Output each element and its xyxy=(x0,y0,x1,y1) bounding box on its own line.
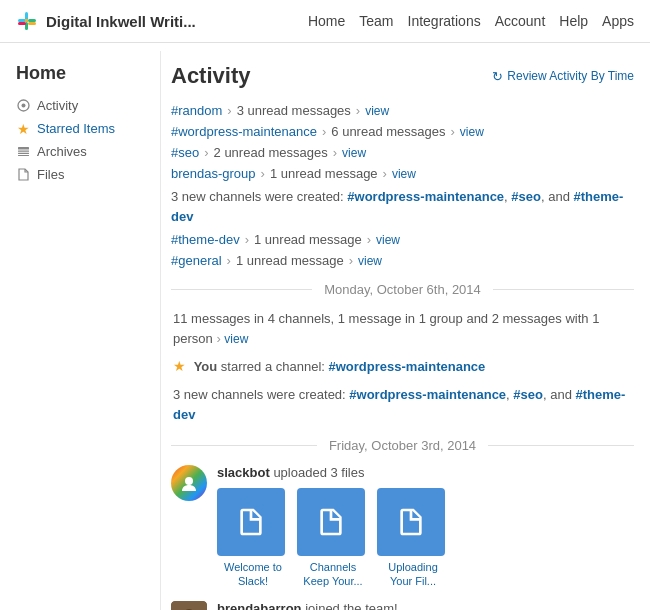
star-indicator: ★ xyxy=(173,358,186,374)
archives-icon xyxy=(16,145,30,159)
slackbot-action: uploaded 3 files xyxy=(273,465,364,480)
file-thumb-3[interactable] xyxy=(377,488,445,556)
brendabarron-content: brendabarron joined the team! 2 new chan… xyxy=(217,601,634,610)
channel-seo-3[interactable]: #seo xyxy=(513,387,543,402)
file-thumb-2[interactable] xyxy=(297,488,365,556)
date-label-oct3: Friday, October 3rd, 2014 xyxy=(317,438,488,453)
nav-account[interactable]: Account xyxy=(495,13,546,29)
content-title: Activity xyxy=(171,63,250,89)
svg-rect-9 xyxy=(18,147,29,150)
channel-brendas-group[interactable]: brendas-group xyxy=(171,166,256,181)
svg-rect-5 xyxy=(25,19,28,22)
review-activity-link[interactable]: ↻ Review Activity By Time xyxy=(492,69,634,84)
date-label-oct6: Monday, October 6th, 2014 xyxy=(312,282,493,297)
history-new-channels-oct6: 3 new channels were created: #wordpress-… xyxy=(171,385,634,424)
channel-random[interactable]: #random xyxy=(171,103,222,118)
sidebar-label-activity: Activity xyxy=(37,98,78,113)
svg-rect-0 xyxy=(18,19,26,22)
refresh-icon: ↻ xyxy=(492,69,503,84)
channel-seo-2[interactable]: #seo xyxy=(511,189,541,204)
view-link-themedev[interactable]: view xyxy=(376,233,400,247)
nav-integrations[interactable]: Integrations xyxy=(408,13,481,29)
file-name-1[interactable]: Welcome to Slack! xyxy=(217,560,289,589)
nav-team[interactable]: Team xyxy=(359,13,393,29)
file-thumb-1[interactable] xyxy=(217,488,285,556)
star-icon: ★ xyxy=(16,122,30,136)
activity-row-random: #random › 3 unread messages › view xyxy=(171,103,634,118)
files-icon xyxy=(16,168,30,182)
file-card-3: Uploading Your Fil... xyxy=(377,488,449,589)
activity-row-brendas: brendas-group › 1 unread message › view xyxy=(171,166,634,181)
sidebar-label-starred: Starred Items xyxy=(37,121,115,136)
nav-help[interactable]: Help xyxy=(559,13,588,29)
sidebar-item-starred[interactable]: ★ Starred Items xyxy=(16,117,144,140)
sidebar-label-archives: Archives xyxy=(37,144,87,159)
logo-text: Digital Inkwell Writi... xyxy=(46,13,196,30)
slackbot-avatar xyxy=(171,465,207,501)
sidebar-item-archives[interactable]: Archives xyxy=(16,140,144,163)
sidebar-item-files[interactable]: Files xyxy=(16,163,144,186)
view-link-wordpress[interactable]: view xyxy=(460,125,484,139)
slackbot-avatar-circle xyxy=(171,465,207,501)
brendabarron-block: brendabarron joined the team! 2 new chan… xyxy=(171,601,634,610)
sidebar-item-activity[interactable]: Activity xyxy=(16,94,144,117)
channel-theme-dev[interactable]: #theme-dev xyxy=(171,232,240,247)
main-content: Activity ↻ Review Activity By Time #rand… xyxy=(160,51,650,610)
brendabarron-name-action: brendabarron joined the team! xyxy=(217,601,634,610)
svg-rect-4 xyxy=(18,22,26,25)
channel-wp-maint-3[interactable]: #wordpress-maintenance xyxy=(349,387,506,402)
file-name-2[interactable]: Channels Keep Your... xyxy=(297,560,369,589)
view-link-general[interactable]: view xyxy=(358,254,382,268)
svg-point-13 xyxy=(185,477,193,485)
date-divider-oct6: Monday, October 6th, 2014 xyxy=(171,282,634,297)
nav-apps[interactable]: Apps xyxy=(602,13,634,29)
file-name-3[interactable]: Uploading Your Fil... xyxy=(377,560,449,589)
svg-rect-6 xyxy=(28,22,36,25)
activity-row-themedev: #theme-dev › 1 unread message › view xyxy=(171,232,634,247)
history-summary-oct6: 11 messages in 4 channels, 1 message in … xyxy=(171,309,634,348)
brendabarron-avatar xyxy=(171,601,207,610)
file-card-2: Channels Keep Your... xyxy=(297,488,369,589)
main-layout: Home Activity ★ Starred Items xyxy=(0,43,650,610)
channel-wordpress-maintenance[interactable]: #wordpress-maintenance xyxy=(171,124,317,139)
history-starred-oct6: ★ You starred a channel: #wordpress-main… xyxy=(171,356,634,377)
svg-point-8 xyxy=(21,104,25,108)
svg-rect-10 xyxy=(18,151,29,152)
top-nav: Digital Inkwell Writi... Home Team Integ… xyxy=(0,0,650,43)
slackbot-name: slackbot uploaded 3 files xyxy=(217,465,634,480)
channel-seo[interactable]: #seo xyxy=(171,145,199,160)
sidebar-label-files: Files xyxy=(37,167,64,182)
channel-wp-maint-starred[interactable]: #wordpress-maintenance xyxy=(329,359,486,374)
content-header: Activity ↻ Review Activity By Time xyxy=(171,63,634,89)
file-grid: Welcome to Slack! Channels Keep Your... … xyxy=(217,488,634,589)
slackbot-block: slackbot uploaded 3 files Welcome to Sla… xyxy=(171,465,634,589)
channel-wp-maint-2[interactable]: #wordpress-maintenance xyxy=(347,189,504,204)
svg-rect-14 xyxy=(171,601,207,610)
activity-list: #random › 3 unread messages › view #word… xyxy=(171,103,634,268)
new-channels-created-1: 3 new channels were created: #wordpress-… xyxy=(171,187,634,226)
sidebar-title: Home xyxy=(16,63,144,84)
view-link-seo[interactable]: view xyxy=(342,146,366,160)
svg-rect-11 xyxy=(18,153,29,154)
activity-row-seo: #seo › 2 unread messages › view xyxy=(171,145,634,160)
logo-icon xyxy=(16,10,38,32)
activity-icon xyxy=(16,99,30,113)
svg-rect-2 xyxy=(28,19,36,22)
svg-rect-1 xyxy=(25,12,28,20)
view-link-oct6[interactable]: view xyxy=(224,332,248,346)
activity-row-general: #general › 1 unread message › view xyxy=(171,253,634,268)
date-divider-oct3: Friday, October 3rd, 2014 xyxy=(171,438,634,453)
sidebar: Home Activity ★ Starred Items xyxy=(0,51,160,610)
view-link-random[interactable]: view xyxy=(365,104,389,118)
svg-rect-12 xyxy=(18,155,29,156)
view-link-brendas[interactable]: view xyxy=(392,167,416,181)
nav-home[interactable]: Home xyxy=(308,13,345,29)
channel-general[interactable]: #general xyxy=(171,253,222,268)
brendabarron-action: joined the team! xyxy=(305,601,398,610)
file-card-1: Welcome to Slack! xyxy=(217,488,289,589)
logo-area: Digital Inkwell Writi... xyxy=(16,10,308,32)
nav-links: Home Team Integrations Account Help Apps xyxy=(308,13,634,29)
slackbot-content: slackbot uploaded 3 files Welcome to Sla… xyxy=(217,465,634,589)
activity-row-wordpress: #wordpress-maintenance › 6 unread messag… xyxy=(171,124,634,139)
user-avatar-placeholder xyxy=(171,601,207,610)
